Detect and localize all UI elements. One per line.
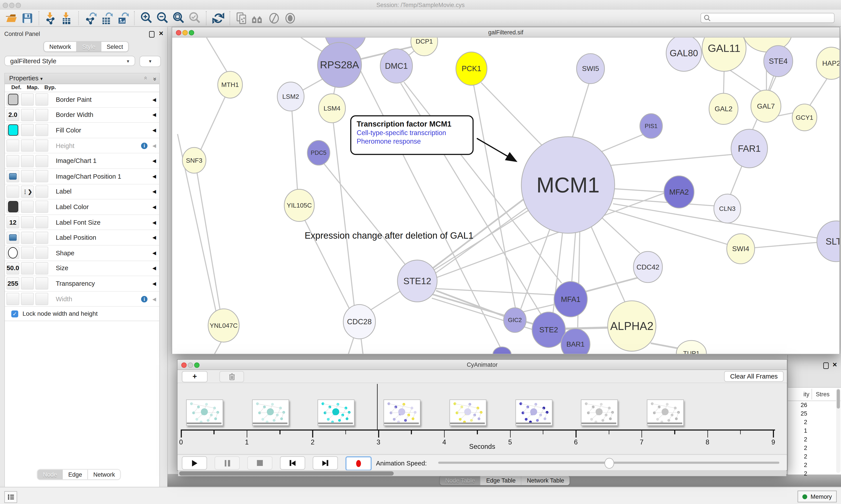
- table-row[interactable]: 2: [788, 435, 841, 444]
- network-edge[interactable]: [349, 48, 500, 347]
- network-edge[interactable]: [723, 71, 724, 94]
- mapping-cell[interactable]: [21, 247, 34, 259]
- animation-speed-slider[interactable]: [438, 462, 780, 464]
- collapse-all-icon[interactable]: »: [150, 77, 160, 80]
- property-row[interactable]: Border Paint◀: [5, 92, 159, 108]
- tab-select[interactable]: Select: [101, 42, 128, 51]
- network-node[interactable]: GIC2: [504, 308, 526, 332]
- property-row[interactable]: Label Color◀: [5, 199, 159, 215]
- search-input[interactable]: [711, 14, 820, 22]
- network-node[interactable]: GAL80: [666, 37, 702, 71]
- network-node[interactable]: STE4: [764, 46, 793, 77]
- property-row[interactable]: 50.0Size◀: [5, 261, 159, 276]
- default-value-cell[interactable]: 255: [6, 277, 19, 290]
- mapping-cell[interactable]: [21, 277, 34, 290]
- save-session-icon[interactable]: [20, 12, 34, 24]
- table-row[interactable]: 1: [788, 427, 841, 435]
- network-edge[interactable]: [572, 233, 576, 282]
- default-value-cell[interactable]: [6, 140, 19, 152]
- refresh-icon[interactable]: [211, 12, 225, 24]
- property-row[interactable]: Fill Color◀: [5, 123, 159, 138]
- mapping-cell[interactable]: [21, 262, 34, 274]
- properties-header[interactable]: Properties ▾ » »: [5, 74, 159, 84]
- timeline-playhead[interactable]: [377, 384, 378, 429]
- property-row[interactable]: Image/Chart Position 1◀: [5, 169, 159, 184]
- network-node[interactable]: RPS28A: [318, 42, 362, 87]
- property-row[interactable]: 255Transparency◀: [5, 276, 159, 292]
- column-header[interactable]: ity: [788, 391, 809, 397]
- network-node[interactable]: MTH1: [218, 71, 243, 98]
- pause-button[interactable]: [215, 456, 240, 470]
- network-node[interactable]: YNL047C: [208, 309, 239, 342]
- timeline-scrollbar[interactable]: [178, 470, 786, 476]
- network-edge[interactable]: [590, 225, 625, 303]
- network-edge[interactable]: [348, 337, 354, 354]
- table-row[interactable]: 2: [788, 461, 841, 470]
- property-row[interactable]: Widthi◀: [5, 292, 159, 307]
- default-value-cell[interactable]: [6, 170, 19, 182]
- network-node[interactable]: SLT2: [817, 221, 839, 262]
- network-node[interactable]: [493, 347, 511, 354]
- add-frame-button[interactable]: +: [182, 371, 208, 382]
- mapping-cell[interactable]: [21, 155, 34, 167]
- network-node[interactable]: PIS1: [640, 114, 662, 138]
- expand-all-icon[interactable]: »: [140, 77, 150, 80]
- network-edge[interactable]: [207, 37, 228, 73]
- network-edge[interactable]: [809, 78, 828, 106]
- network-node[interactable]: GAL11: [702, 37, 746, 71]
- network-node[interactable]: GAL2: [709, 93, 738, 124]
- network-node[interactable]: CDC28: [343, 305, 375, 339]
- close-panel-icon[interactable]: ✕: [159, 30, 164, 37]
- expand-row-icon[interactable]: ◀: [153, 296, 156, 302]
- network-node[interactable]: STE2: [532, 312, 565, 347]
- default-value-cell[interactable]: [6, 293, 19, 305]
- default-value-cell[interactable]: [6, 185, 19, 198]
- float-panel-icon[interactable]: [149, 31, 155, 37]
- frame-thumbnail[interactable]: [515, 399, 552, 426]
- network-edge[interactable]: [436, 290, 505, 317]
- annotation-link[interactable]: Cell-type-specific transcription: [357, 129, 467, 137]
- network-node[interactable]: MFA1: [554, 282, 587, 317]
- column-header[interactable]: Stres: [816, 391, 829, 397]
- canvas-caption[interactable]: Expression change after deletion of GAL1: [305, 231, 473, 241]
- frame-thumbnail[interactable]: [252, 399, 289, 426]
- hide-details-icon[interactable]: [267, 12, 281, 24]
- default-value-cell[interactable]: [6, 155, 19, 167]
- expand-row-icon[interactable]: ◀: [153, 204, 156, 210]
- bypass-cell[interactable]: [35, 109, 48, 121]
- expand-row-icon[interactable]: ◀: [153, 112, 156, 118]
- network-node[interactable]: MFA2: [664, 176, 694, 208]
- open-session-icon[interactable]: [4, 12, 18, 24]
- frame-thumbnail[interactable]: [383, 399, 420, 426]
- mapping-cell[interactable]: [21, 124, 34, 137]
- expand-row-icon[interactable]: ◀: [153, 189, 156, 194]
- network-node[interactable]: DMC1: [380, 49, 412, 83]
- default-value-cell[interactable]: [6, 247, 19, 259]
- network-node[interactable]: CDC42: [633, 252, 662, 283]
- table-row[interactable]: 25: [788, 410, 841, 418]
- expand-row-icon[interactable]: ◀: [153, 97, 156, 102]
- network-edge[interactable]: [323, 163, 408, 268]
- zoom-in-icon[interactable]: [140, 12, 154, 24]
- property-row[interactable]: Shape◀: [5, 246, 159, 261]
- network-edge[interactable]: [481, 83, 548, 151]
- network-node[interactable]: LSM4: [319, 94, 345, 123]
- network-edge[interactable]: [601, 217, 640, 253]
- property-row[interactable]: Image/Chart 1◀: [5, 154, 159, 169]
- delete-frame-button[interactable]: [219, 371, 244, 382]
- expand-row-icon[interactable]: ◀: [153, 266, 156, 271]
- network-node[interactable]: PCK1: [456, 52, 487, 85]
- network-canvas[interactable]: DCP1RPS28ADMC1PCK1MTH1LSM2LSM4SWI5GAL80G…: [172, 37, 839, 354]
- default-value-cell[interactable]: [6, 93, 19, 106]
- bypass-cell[interactable]: [35, 277, 48, 290]
- skip-to-end-button[interactable]: [313, 456, 338, 470]
- expand-row-icon[interactable]: ◀: [153, 235, 156, 240]
- info-icon[interactable]: i: [141, 296, 147, 302]
- network-edge[interactable]: [583, 278, 638, 292]
- expand-row-icon[interactable]: ◀: [153, 281, 156, 286]
- search-network-icon[interactable]: [251, 12, 265, 24]
- zoom-selected-icon[interactable]: [188, 12, 202, 24]
- network-node[interactable]: SWI5: [577, 54, 605, 84]
- bypass-cell[interactable]: [35, 93, 48, 106]
- tab-style[interactable]: Style: [77, 42, 101, 51]
